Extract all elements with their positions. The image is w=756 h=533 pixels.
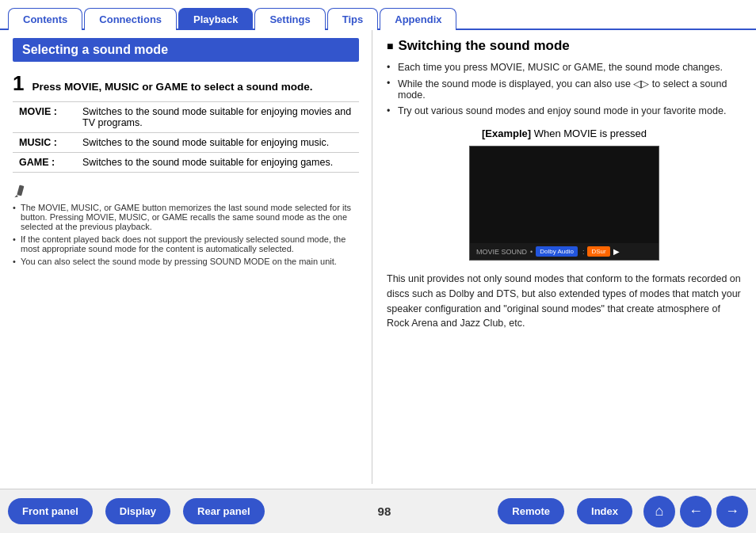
svg-rect-0 (17, 185, 24, 196)
display-movie-sound: MOVIE SOUND (476, 248, 527, 256)
display-badge2: DSur (587, 246, 609, 257)
tab-settings[interactable]: Settings (254, 8, 325, 30)
bullet-list: Each time you press MOVIE, MUSIC or GAME… (387, 62, 742, 116)
note-item: The MOVIE, MUSIC, or GAME button memoriz… (13, 203, 359, 231)
home-button[interactable]: ⌂ (643, 496, 675, 527)
display-arrow: ▶ (613, 247, 620, 256)
list-item: While the sound mode is displayed, you c… (387, 78, 742, 101)
display-bar: MOVIE SOUND • Dolby Audio : DSur ▶ (470, 243, 659, 260)
table-row: MUSIC :Switches to the sound mode suitab… (13, 133, 359, 153)
forward-button[interactable]: → (716, 496, 748, 527)
back-button[interactable]: ← (680, 496, 712, 527)
display-badge1: Dolby Audio (536, 246, 578, 257)
tab-connections[interactable]: Connections (84, 8, 177, 30)
example-prefix: [Example] (482, 128, 531, 139)
table-row: MOVIE :Switches to the sound mode suitab… (13, 102, 359, 133)
mode-name: MOVIE : (13, 102, 76, 133)
step-number: 1 (13, 73, 24, 93)
mode-name: MUSIC : (13, 133, 76, 153)
tab-contents[interactable]: Contents (8, 8, 82, 30)
example-label: [Example] When MOVIE is pressed (387, 128, 742, 139)
tab-playback[interactable]: Playback (178, 8, 253, 30)
section-title: Selecting a sound mode (13, 38, 359, 62)
remote-button[interactable]: Remote (498, 498, 564, 524)
step-text: Press MOVIE, MUSIC or GAME to select a s… (32, 81, 312, 93)
mode-name: GAME : (13, 153, 76, 173)
right-section-title: Switching the sound mode (387, 38, 742, 54)
mode-desc: Switches to the sound mode suitable for … (76, 102, 359, 133)
display-button[interactable]: Display (105, 498, 170, 524)
example-suffix: When MOVIE is pressed (534, 128, 647, 139)
left-panel: Selecting a sound mode 1 Press MOVIE, MU… (0, 30, 372, 484)
table-row: GAME :Switches to the sound mode suitabl… (13, 153, 359, 173)
index-button[interactable]: Index (577, 498, 632, 524)
notes-section: The MOVIE, MUSIC, or GAME button memoriz… (13, 184, 359, 266)
mode-table: MOVIE :Switches to the sound mode suitab… (13, 101, 359, 173)
note-item: You can also select the sound mode by pr… (13, 257, 359, 266)
step-header: 1 Press MOVIE, MUSIC or GAME to select a… (13, 73, 359, 93)
mode-desc: Switches to the sound mode suitable for … (76, 153, 359, 173)
display-colon: : (582, 248, 585, 256)
tab-appendix[interactable]: Appendix (380, 8, 456, 30)
bottom-nav: Front panelDisplayRear panel 98 RemoteIn… (0, 489, 756, 533)
content-area: Selecting a sound mode 1 Press MOVIE, MU… (0, 30, 756, 484)
front-panel-button[interactable]: Front panel (8, 498, 93, 524)
note-item: If the content played back does not supp… (13, 234, 359, 253)
tabs-bar: ContentsConnectionsPlaybackSettingsTipsA… (0, 0, 756, 30)
display-image: MOVIE SOUND • Dolby Audio : DSur ▶ (469, 146, 659, 261)
note-list: The MOVIE, MUSIC, or GAME button memoriz… (13, 203, 359, 266)
pencil-icon (13, 184, 29, 200)
mode-desc: Switches to the sound mode suitable for … (76, 133, 359, 153)
list-item: Each time you press MOVIE, MUSIC or GAME… (387, 62, 742, 73)
description-text: This unit provides not only sound modes … (387, 272, 742, 331)
display-dot: • (530, 248, 533, 256)
rear-panel-button[interactable]: Rear panel (183, 498, 264, 524)
list-item: Try out various sound modes and enjoy so… (387, 105, 742, 116)
page-number: 98 (271, 504, 498, 518)
tab-tips[interactable]: Tips (327, 8, 379, 30)
right-panel: Switching the sound mode Each time you p… (372, 30, 756, 484)
